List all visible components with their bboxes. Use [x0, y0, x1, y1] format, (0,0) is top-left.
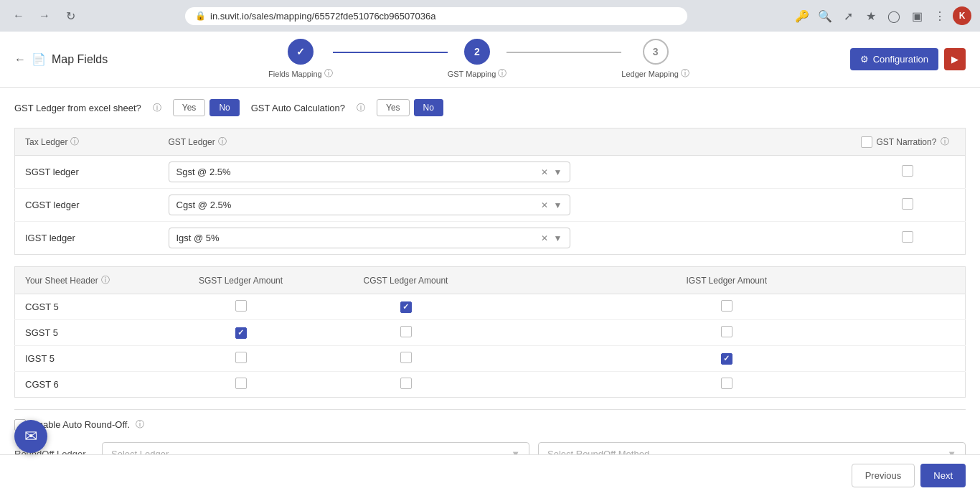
- cgst-amount-col: CGST Ledger Amount: [324, 267, 489, 294]
- step-3: 3 Ledger Mapping ⓘ: [621, 39, 689, 80]
- step-1-label: Fields Mapping ⓘ: [268, 67, 333, 80]
- table-row: CGST 6: [15, 372, 966, 398]
- table-row: IGST ledger Igst @ 5% ✕ ▼: [15, 222, 966, 255]
- gst-auto-no-btn[interactable]: No: [414, 99, 443, 116]
- table-row: CGST 5: [15, 294, 966, 320]
- round-off-info-icon[interactable]: ⓘ: [136, 418, 144, 431]
- previous-button[interactable]: Previous: [852, 464, 915, 487]
- tax-ledger-name-cgst: CGST ledger: [15, 189, 159, 222]
- step-1-circle: ✓: [288, 39, 314, 65]
- gst-ledger-dropdown-sgst[interactable]: Sgst @ 2.5% ✕ ▼: [159, 156, 851, 189]
- cgst-clear-icon[interactable]: ✕: [541, 200, 548, 210]
- document-icon: 📄: [32, 52, 46, 66]
- configuration-button[interactable]: ⚙ Configuration: [850, 48, 938, 70]
- igst-cb-2: [489, 346, 966, 372]
- youtube-button[interactable]: ▶: [944, 48, 966, 70]
- igst-dropdown[interactable]: Igst @ 5% ✕ ▼: [169, 228, 570, 248]
- sgst-checkbox-2[interactable]: [235, 352, 247, 363]
- cgst-checkbox-2[interactable]: [400, 352, 412, 363]
- cgst-checkbox-3[interactable]: [400, 378, 412, 389]
- cgst-cb-1: [324, 320, 489, 346]
- step-3-circle: 3: [643, 39, 669, 65]
- back-button[interactable]: ←: [14, 53, 26, 66]
- tax-ledger-col-header: Tax Ledger ⓘ: [15, 128, 159, 156]
- cgst-checkbox-1[interactable]: [400, 326, 412, 337]
- cgst-narration-checkbox[interactable]: [902, 198, 913, 210]
- sgst-narration-checkbox[interactable]: [902, 165, 913, 177]
- table-row: IGST 5: [15, 346, 966, 372]
- table-row: SGST 5: [15, 320, 966, 346]
- menu-icon[interactable]: ⋮: [930, 6, 950, 26]
- sheet-header-col: Your Sheet Header ⓘ: [15, 267, 159, 294]
- content-area: GST Ledger from excel sheet? ⓘ Yes No GS…: [0, 88, 980, 477]
- row-name-0: CGST 5: [15, 294, 159, 320]
- gear-icon: ⚙: [860, 54, 869, 65]
- gst-narration-header-info[interactable]: ⓘ: [941, 136, 949, 148]
- gst-auto-yes-btn[interactable]: Yes: [377, 99, 410, 116]
- step-3-info-icon[interactable]: ⓘ: [681, 67, 689, 80]
- reload-btn[interactable]: ↻: [60, 6, 80, 26]
- next-button[interactable]: Next: [920, 464, 966, 487]
- step-connector-1: [333, 52, 448, 53]
- table-row: SGST ledger Sgst @ 2.5% ✕ ▼: [15, 156, 966, 189]
- igst-arrow-icon: ▼: [554, 233, 562, 243]
- sgst-cb-3: [159, 372, 324, 398]
- sheet-header-info[interactable]: ⓘ: [101, 274, 110, 286]
- chat-fab-button[interactable]: ✉: [14, 420, 47, 453]
- key-icon: 🔑: [792, 6, 812, 26]
- header-actions: ⚙ Configuration ▶: [850, 48, 966, 70]
- gst-auto-info-icon[interactable]: ⓘ: [357, 102, 365, 114]
- back-nav-btn[interactable]: ←: [9, 6, 29, 26]
- sgst-checkbox-3[interactable]: [235, 378, 247, 389]
- sgst-arrow-icon: ▼: [554, 167, 562, 177]
- gst-ledger-no-btn[interactable]: No: [209, 99, 239, 116]
- sgst-clear-icon[interactable]: ✕: [541, 167, 548, 177]
- address-bar[interactable]: 🔒 in.suvit.io/sales/mapping/65572fde5107…: [185, 7, 687, 25]
- igst-narration-checkbox[interactable]: [902, 231, 913, 243]
- tax-ledger-header-info[interactable]: ⓘ: [70, 136, 79, 148]
- footer: Previous Next: [0, 454, 980, 496]
- step-2-circle: 2: [464, 39, 490, 65]
- search-icon[interactable]: 🔍: [815, 6, 835, 26]
- gst-narration-master-checkbox[interactable]: [861, 136, 872, 148]
- igst-checkbox-2[interactable]: [721, 353, 732, 365]
- cgst-arrow-icon: ▼: [554, 200, 562, 210]
- step-2-info-icon[interactable]: ⓘ: [498, 67, 507, 80]
- cgst-cb-0: [324, 294, 489, 320]
- igst-checkbox-0[interactable]: [721, 300, 732, 312]
- cgst-cb-2: [324, 346, 489, 372]
- page-title-text: Map Fields: [52, 53, 108, 66]
- app-header: ← 📄 Map Fields ✓ Fields Mapping ⓘ 2 GST …: [0, 32, 980, 88]
- gst-narration-cb-sgst: [851, 156, 966, 189]
- round-off-label: Enable Auto Round-Off.: [32, 419, 130, 430]
- igst-checkbox-3[interactable]: [721, 378, 732, 389]
- step-1-info-icon[interactable]: ⓘ: [324, 67, 333, 80]
- star-icon[interactable]: ★: [861, 6, 881, 26]
- cast-icon[interactable]: ▣: [907, 6, 927, 26]
- gst-ledger-header-info[interactable]: ⓘ: [218, 136, 227, 148]
- gst-narration-cb-cgst: [851, 189, 966, 222]
- tax-ledger-table: Tax Ledger ⓘ GST Ledger ⓘ GST Nar: [14, 128, 966, 255]
- gst-ledger-yes-btn[interactable]: Yes: [173, 99, 206, 116]
- cgst-dropdown[interactable]: Cgst @ 2.5% ✕ ▼: [169, 195, 570, 215]
- forward-nav-btn[interactable]: →: [34, 6, 55, 26]
- tax-ledger-name-igst: IGST ledger: [15, 222, 159, 255]
- igst-checkbox-1[interactable]: [721, 326, 732, 337]
- gst-ledger-info-icon[interactable]: ⓘ: [153, 102, 161, 114]
- cgst-cb-3: [324, 372, 489, 398]
- step-2-label: GST Mapping ⓘ: [448, 67, 507, 80]
- sgst-checkbox-0[interactable]: [235, 300, 247, 312]
- gst-ledger-dropdown-cgst[interactable]: Cgst @ 2.5% ✕ ▼: [159, 189, 851, 222]
- igst-clear-icon[interactable]: ✕: [541, 233, 548, 243]
- sgst-checkbox-1[interactable]: [235, 327, 247, 339]
- gst-auto-label: GST Auto Calculation?: [251, 103, 345, 113]
- sgst-dropdown[interactable]: Sgst @ 2.5% ✕ ▼: [169, 162, 570, 182]
- share-icon[interactable]: ➚: [838, 6, 858, 26]
- profile-btn[interactable]: K: [953, 6, 971, 25]
- gst-ledger-dropdown-igst[interactable]: Igst @ 5% ✕ ▼: [159, 222, 851, 255]
- cgst-checkbox-0[interactable]: [400, 301, 412, 313]
- row-name-2: IGST 5: [15, 346, 159, 372]
- tax-ledger-name-sgst: SGST ledger: [15, 156, 159, 189]
- stepper: ✓ Fields Mapping ⓘ 2 GST Mapping ⓘ 3: [108, 39, 849, 80]
- extension-icon[interactable]: ◯: [884, 6, 904, 26]
